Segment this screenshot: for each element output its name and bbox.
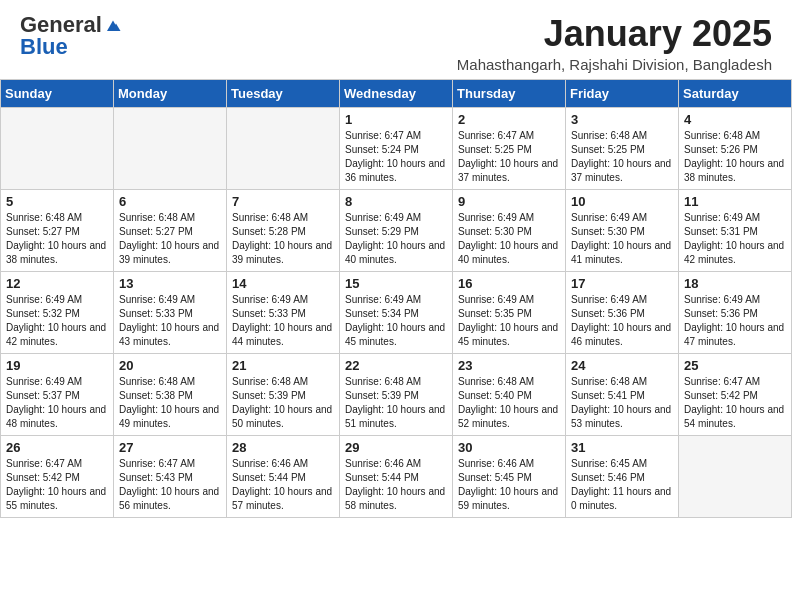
calendar-cell: 7Sunrise: 6:48 AMSunset: 5:28 PMDaylight…	[227, 189, 340, 271]
day-number: 7	[232, 194, 334, 209]
day-number: 5	[6, 194, 108, 209]
day-number: 9	[458, 194, 560, 209]
calendar-cell: 23Sunrise: 6:48 AMSunset: 5:40 PMDayligh…	[453, 353, 566, 435]
day-number: 28	[232, 440, 334, 455]
weekday-header-monday: Monday	[114, 79, 227, 107]
day-info: Sunrise: 6:49 AMSunset: 5:37 PMDaylight:…	[6, 375, 108, 431]
calendar-cell: 27Sunrise: 6:47 AMSunset: 5:43 PMDayligh…	[114, 435, 227, 517]
page-header: General Blue January 2025 Mahasthangarh,…	[0, 0, 792, 79]
calendar-cell: 3Sunrise: 6:48 AMSunset: 5:25 PMDaylight…	[566, 107, 679, 189]
day-info: Sunrise: 6:46 AMSunset: 5:45 PMDaylight:…	[458, 457, 560, 513]
calendar-cell: 5Sunrise: 6:48 AMSunset: 5:27 PMDaylight…	[1, 189, 114, 271]
calendar-cell	[227, 107, 340, 189]
calendar-cell: 22Sunrise: 6:48 AMSunset: 5:39 PMDayligh…	[340, 353, 453, 435]
day-number: 3	[571, 112, 673, 127]
calendar-cell: 13Sunrise: 6:49 AMSunset: 5:33 PMDayligh…	[114, 271, 227, 353]
day-info: Sunrise: 6:48 AMSunset: 5:39 PMDaylight:…	[345, 375, 447, 431]
calendar-cell: 29Sunrise: 6:46 AMSunset: 5:44 PMDayligh…	[340, 435, 453, 517]
weekday-header-friday: Friday	[566, 79, 679, 107]
calendar-cell: 12Sunrise: 6:49 AMSunset: 5:32 PMDayligh…	[1, 271, 114, 353]
day-info: Sunrise: 6:48 AMSunset: 5:26 PMDaylight:…	[684, 129, 786, 185]
logo-general: General	[20, 14, 102, 36]
day-info: Sunrise: 6:47 AMSunset: 5:43 PMDaylight:…	[119, 457, 221, 513]
calendar-cell: 28Sunrise: 6:46 AMSunset: 5:44 PMDayligh…	[227, 435, 340, 517]
day-info: Sunrise: 6:49 AMSunset: 5:33 PMDaylight:…	[232, 293, 334, 349]
day-info: Sunrise: 6:47 AMSunset: 5:25 PMDaylight:…	[458, 129, 560, 185]
day-info: Sunrise: 6:45 AMSunset: 5:46 PMDaylight:…	[571, 457, 673, 513]
location-title: Mahasthangarh, Rajshahi Division, Bangla…	[457, 56, 772, 73]
calendar-cell: 24Sunrise: 6:48 AMSunset: 5:41 PMDayligh…	[566, 353, 679, 435]
day-info: Sunrise: 6:47 AMSunset: 5:42 PMDaylight:…	[6, 457, 108, 513]
day-info: Sunrise: 6:48 AMSunset: 5:27 PMDaylight:…	[6, 211, 108, 267]
day-info: Sunrise: 6:46 AMSunset: 5:44 PMDaylight:…	[345, 457, 447, 513]
day-info: Sunrise: 6:49 AMSunset: 5:35 PMDaylight:…	[458, 293, 560, 349]
day-number: 2	[458, 112, 560, 127]
day-number: 17	[571, 276, 673, 291]
calendar-cell: 15Sunrise: 6:49 AMSunset: 5:34 PMDayligh…	[340, 271, 453, 353]
calendar-cell: 25Sunrise: 6:47 AMSunset: 5:42 PMDayligh…	[679, 353, 792, 435]
day-number: 29	[345, 440, 447, 455]
day-number: 31	[571, 440, 673, 455]
day-info: Sunrise: 6:49 AMSunset: 5:34 PMDaylight:…	[345, 293, 447, 349]
day-number: 12	[6, 276, 108, 291]
calendar-cell: 4Sunrise: 6:48 AMSunset: 5:26 PMDaylight…	[679, 107, 792, 189]
calendar-cell	[114, 107, 227, 189]
day-info: Sunrise: 6:48 AMSunset: 5:25 PMDaylight:…	[571, 129, 673, 185]
weekday-header-saturday: Saturday	[679, 79, 792, 107]
month-title: January 2025	[457, 14, 772, 54]
week-row-1: 1Sunrise: 6:47 AMSunset: 5:24 PMDaylight…	[1, 107, 792, 189]
day-info: Sunrise: 6:48 AMSunset: 5:28 PMDaylight:…	[232, 211, 334, 267]
calendar-cell: 16Sunrise: 6:49 AMSunset: 5:35 PMDayligh…	[453, 271, 566, 353]
calendar-cell: 21Sunrise: 6:48 AMSunset: 5:39 PMDayligh…	[227, 353, 340, 435]
calendar-cell: 26Sunrise: 6:47 AMSunset: 5:42 PMDayligh…	[1, 435, 114, 517]
week-row-4: 19Sunrise: 6:49 AMSunset: 5:37 PMDayligh…	[1, 353, 792, 435]
calendar-cell: 31Sunrise: 6:45 AMSunset: 5:46 PMDayligh…	[566, 435, 679, 517]
day-info: Sunrise: 6:47 AMSunset: 5:24 PMDaylight:…	[345, 129, 447, 185]
day-number: 13	[119, 276, 221, 291]
day-number: 27	[119, 440, 221, 455]
day-number: 1	[345, 112, 447, 127]
week-row-3: 12Sunrise: 6:49 AMSunset: 5:32 PMDayligh…	[1, 271, 792, 353]
day-number: 20	[119, 358, 221, 373]
day-number: 24	[571, 358, 673, 373]
day-info: Sunrise: 6:49 AMSunset: 5:36 PMDaylight:…	[571, 293, 673, 349]
day-number: 15	[345, 276, 447, 291]
calendar-cell: 2Sunrise: 6:47 AMSunset: 5:25 PMDaylight…	[453, 107, 566, 189]
day-info: Sunrise: 6:48 AMSunset: 5:41 PMDaylight:…	[571, 375, 673, 431]
week-row-2: 5Sunrise: 6:48 AMSunset: 5:27 PMDaylight…	[1, 189, 792, 271]
logo-icon	[104, 16, 122, 34]
day-info: Sunrise: 6:46 AMSunset: 5:44 PMDaylight:…	[232, 457, 334, 513]
calendar-cell: 17Sunrise: 6:49 AMSunset: 5:36 PMDayligh…	[566, 271, 679, 353]
day-number: 4	[684, 112, 786, 127]
calendar-cell: 18Sunrise: 6:49 AMSunset: 5:36 PMDayligh…	[679, 271, 792, 353]
calendar-cell: 20Sunrise: 6:48 AMSunset: 5:38 PMDayligh…	[114, 353, 227, 435]
day-number: 23	[458, 358, 560, 373]
calendar-cell	[1, 107, 114, 189]
day-number: 26	[6, 440, 108, 455]
logo: General Blue	[20, 14, 122, 58]
day-info: Sunrise: 6:49 AMSunset: 5:33 PMDaylight:…	[119, 293, 221, 349]
calendar-cell: 10Sunrise: 6:49 AMSunset: 5:30 PMDayligh…	[566, 189, 679, 271]
calendar-cell: 19Sunrise: 6:49 AMSunset: 5:37 PMDayligh…	[1, 353, 114, 435]
calendar-cell: 1Sunrise: 6:47 AMSunset: 5:24 PMDaylight…	[340, 107, 453, 189]
day-number: 30	[458, 440, 560, 455]
calendar-cell: 14Sunrise: 6:49 AMSunset: 5:33 PMDayligh…	[227, 271, 340, 353]
day-number: 8	[345, 194, 447, 209]
weekday-header-tuesday: Tuesday	[227, 79, 340, 107]
day-number: 22	[345, 358, 447, 373]
week-row-5: 26Sunrise: 6:47 AMSunset: 5:42 PMDayligh…	[1, 435, 792, 517]
day-info: Sunrise: 6:47 AMSunset: 5:42 PMDaylight:…	[684, 375, 786, 431]
day-info: Sunrise: 6:49 AMSunset: 5:30 PMDaylight:…	[458, 211, 560, 267]
calendar-table: SundayMondayTuesdayWednesdayThursdayFrid…	[0, 79, 792, 518]
day-number: 21	[232, 358, 334, 373]
weekday-header-sunday: Sunday	[1, 79, 114, 107]
day-number: 6	[119, 194, 221, 209]
calendar-cell	[679, 435, 792, 517]
day-number: 18	[684, 276, 786, 291]
day-info: Sunrise: 6:49 AMSunset: 5:32 PMDaylight:…	[6, 293, 108, 349]
day-info: Sunrise: 6:48 AMSunset: 5:39 PMDaylight:…	[232, 375, 334, 431]
calendar-cell: 9Sunrise: 6:49 AMSunset: 5:30 PMDaylight…	[453, 189, 566, 271]
day-info: Sunrise: 6:48 AMSunset: 5:27 PMDaylight:…	[119, 211, 221, 267]
day-number: 10	[571, 194, 673, 209]
title-block: January 2025 Mahasthangarh, Rajshahi Div…	[457, 14, 772, 73]
